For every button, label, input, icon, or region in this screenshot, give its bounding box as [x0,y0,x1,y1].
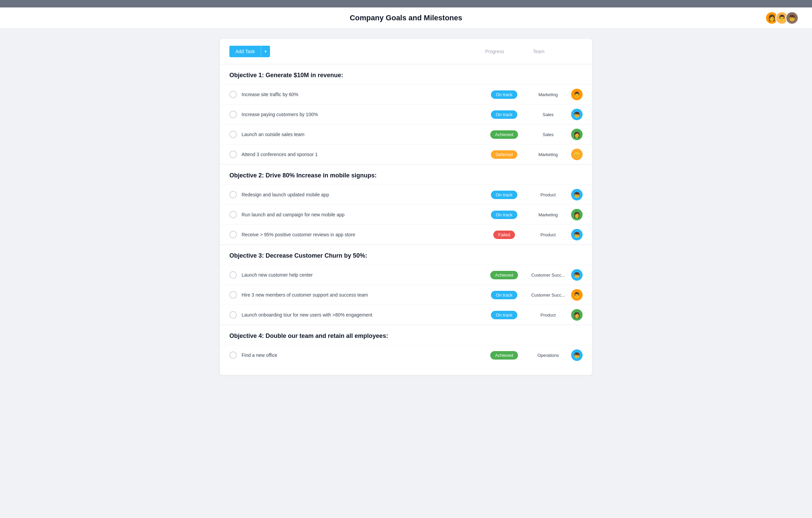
table-row: Increase site traffic by 60%On trackMark… [220,84,592,104]
section-title: Objective 2: Drive 80% Increase in mobil… [220,165,592,185]
task-avatar: 👦 [568,269,585,281]
add-task-btn-group: Add Task ▾ [229,46,270,57]
table-row: Attend 3 conferences and sponsor 1Deferr… [220,144,592,164]
task-status: On track [480,291,528,299]
task-team: Customer Succ... [528,293,568,298]
section-title: Objective 1: Generate $10M in revenue: [220,64,592,84]
section-obj1: Objective 1: Generate $10M in revenue:In… [220,64,592,164]
avatar: 👩 [571,309,583,321]
avatar: 👴 [571,149,583,160]
task-avatar: 👨 [568,89,585,100]
table-row: Run launch and ad campaign for new mobil… [220,204,592,224]
column-headers: Progress Team [471,49,583,54]
table-row: Increase paying customers by 100%On trac… [220,104,592,124]
top-bar [0,0,812,7]
status-badge: Failed [493,231,515,239]
avatar: 👦 [571,229,583,240]
task-status: Achieved [480,130,528,139]
task-checkbox[interactable] [229,191,237,198]
task-team: Sales [528,112,568,117]
task-status: On track [480,191,528,199]
task-team: Marketing [528,212,568,217]
status-badge: Achieved [490,351,518,360]
section-title: Objective 4: Double our team and retain … [220,325,592,345]
task-team: Sales [528,132,568,137]
table-row: Receive > 95% positive customer reviews … [220,224,592,244]
task-avatar: 👦 [568,109,585,120]
task-avatar: 👦 [568,229,585,240]
task-checkbox[interactable] [229,91,237,98]
task-checkbox[interactable] [229,291,237,299]
task-status: Achieved [480,351,528,360]
task-team: Customer Succ... [528,273,568,278]
page-title: Company Goals and Milestones [350,14,463,22]
task-team: Marketing [528,152,568,157]
task-status: Deferred [480,150,528,159]
task-checkbox[interactable] [229,231,237,238]
task-team: Product [528,312,568,318]
task-avatar: 👦 [568,189,585,200]
task-checkbox[interactable] [229,271,237,279]
task-checkbox[interactable] [229,151,237,158]
status-badge: Achieved [490,130,518,139]
task-avatar: 👨 [568,289,585,301]
task-status: On track [480,311,528,319]
task-checkbox[interactable] [229,311,237,319]
avatar: 👩 [571,209,583,220]
task-label: Run launch and ad campaign for new mobil… [242,212,480,217]
task-label: Increase paying customers by 100% [242,112,480,117]
task-checkbox[interactable] [229,351,237,359]
task-status: On track [480,110,528,119]
task-status: Achieved [480,271,528,279]
add-task-dropdown-button[interactable]: ▾ [261,46,270,57]
section-obj4: Objective 4: Double our team and retain … [220,325,592,365]
task-checkbox[interactable] [229,131,237,138]
table-row: Redesign and launch updated mobile appOn… [220,185,592,204]
table-row: Launch new customer help centerAchievedC… [220,265,592,285]
table-row: Launch onboarding tour for new users wit… [220,305,592,325]
table-row: Find a new officeAchievedOperations👦 [220,345,592,365]
task-checkbox[interactable] [229,111,237,118]
task-label: Hire 3 new members of customer support a… [242,292,480,298]
progress-col-header: Progress [471,49,518,54]
status-badge: Deferred [491,150,518,159]
task-status: On track [480,90,528,99]
status-badge: On track [491,191,517,199]
header: Company Goals and Milestones 👩👨👦 [0,7,812,29]
task-team: Product [528,232,568,237]
task-status: On track [480,211,528,219]
avatar: 👦 [571,109,583,120]
task-label: Find a new office [242,352,480,358]
avatar: 👦 [571,269,583,281]
team-col-header: Team [518,49,559,54]
task-avatar: 👩 [568,309,585,321]
main-content: Add Task ▾ Progress Team Objective 1: Ge… [220,39,592,375]
avatar: 👦 [571,349,583,361]
status-badge: Achieved [490,271,518,279]
task-team: Marketing [528,92,568,97]
task-avatar: 👦 [568,349,585,361]
table-row: Hire 3 new members of customer support a… [220,285,592,305]
task-avatar: 👩 [568,209,585,220]
task-avatar: 👴 [568,149,585,160]
avatar: 👩 [571,129,583,140]
task-label: Launch onboarding tour for new users wit… [242,312,480,318]
section-obj2: Objective 2: Drive 80% Increase in mobil… [220,164,592,244]
task-label: Launch an outside sales team [242,132,480,137]
task-team: Product [528,192,568,197]
section-title: Objective 3: Decrease Customer Churn by … [220,245,592,265]
task-label: Attend 3 conferences and sponsor 1 [242,152,480,157]
task-label: Receive > 95% positive customer reviews … [242,232,480,237]
status-badge: On track [491,110,517,119]
status-badge: On track [491,211,517,219]
task-team: Operations [528,353,568,358]
task-label: Launch new customer help center [242,272,480,278]
task-label: Increase site traffic by 60% [242,92,480,97]
status-badge: On track [491,90,517,99]
task-checkbox[interactable] [229,211,237,218]
header-avatar: 👦 [786,12,798,24]
add-task-button[interactable]: Add Task [229,46,261,57]
section-obj3: Objective 3: Decrease Customer Churn by … [220,244,592,325]
task-avatar: 👩 [568,129,585,140]
task-status: Failed [480,231,528,239]
